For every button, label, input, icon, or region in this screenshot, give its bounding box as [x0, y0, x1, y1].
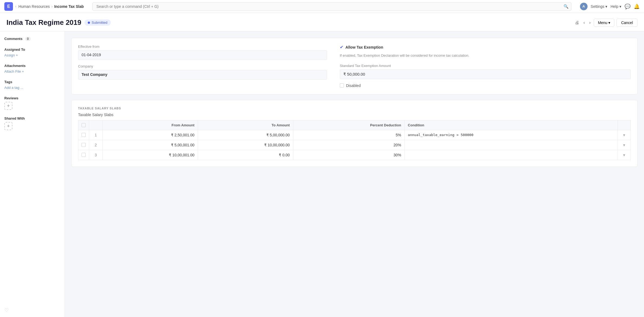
th-actions [618, 120, 631, 130]
sidebar-attachments-section: Attachments Attach File + [4, 64, 60, 73]
sidebar-comments-section: Comments 0 [4, 37, 60, 41]
sidebar-reviews-section: Reviews + [4, 96, 60, 110]
allow-tax-exemption-desc: If enabled, Tax Exemption Declaration wi… [340, 53, 631, 58]
notification-icon-button[interactable]: 🔔 [634, 4, 640, 9]
th-condition: Condition [404, 120, 618, 130]
chevron-down-icon: ▼ [622, 153, 626, 157]
breadcrumb: Human Resources › Income Tax Slab [18, 4, 84, 9]
avatar: A [580, 3, 588, 10]
allow-tax-exemption-checkmark: ✔ [340, 45, 343, 50]
row-condition [404, 150, 618, 160]
settings-button[interactable]: Settings ▾ [591, 4, 608, 9]
add-tag-button[interactable]: Add a tag ... [4, 86, 60, 90]
row-from-amount: ₹ 2,50,001.00 [103, 130, 198, 140]
row-dropdown-cell: ▼ [618, 150, 631, 160]
row-from-amount: ₹ 10,00,001.00 [103, 150, 198, 160]
row-to-amount: ₹ 10,00,000.00 [198, 140, 293, 150]
reviews-label: Reviews [4, 96, 60, 100]
form-section-top: Effective from 01-04-2019 Company Test C… [71, 38, 638, 95]
form-right-col: ✔ Allow Tax Exemption If enabled, Tax Ex… [336, 45, 631, 88]
status-dot [88, 22, 90, 24]
breadcrumb-income-tax-slab[interactable]: Income Tax Slab [54, 4, 84, 9]
chevron-down-icon: ▼ [622, 133, 626, 137]
row-checkbox[interactable] [82, 143, 86, 147]
row-percent: 5% [293, 130, 404, 140]
row-dropdown-cell: ▼ [618, 130, 631, 140]
sidebar: Comments 0 Assigned To Assign + Attachme… [0, 31, 65, 317]
row-condition [404, 140, 618, 150]
breadcrumb-sep-2: › [51, 4, 52, 8]
effective-from-group: Effective from 01-04-2019 [78, 45, 327, 60]
sidebar-tags-section: Tags Add a tag ... [4, 80, 60, 90]
table-section-subtitle: Taxable Salary Slabs [78, 113, 631, 117]
attachments-label: Attachments [4, 64, 60, 68]
company-label: Company [78, 64, 327, 68]
search-bar: 🔍 [92, 2, 571, 11]
menu-button[interactable]: Menu▾ [594, 19, 614, 27]
page-title-area: India Tax Regime 2019 Submitted [6, 18, 111, 27]
th-to-amount: To Amount [198, 120, 293, 130]
disabled-label: Disabled [346, 83, 361, 88]
nav-right: A Settings ▾ Help ▾ 💬 🔔 [580, 3, 640, 10]
form-two-col: Effective from 01-04-2019 Company Test C… [78, 45, 631, 88]
standard-tax-exemption-label: Standard Tax Exemption Amount [340, 64, 631, 68]
row-condition: annual_taxable_earning > 500000 [404, 130, 618, 140]
row-checkbox[interactable] [82, 133, 86, 137]
prev-icon-button[interactable]: ‹ [582, 19, 586, 26]
header-actions: 🖨 ‹ › Menu▾ Cancel [574, 19, 638, 27]
th-checkbox [78, 120, 89, 130]
breadcrumb-sep-1: › [15, 4, 16, 8]
comments-count: 0 [25, 37, 31, 41]
th-percent-deduction: Percent Deduction [293, 120, 404, 130]
add-review-button[interactable]: + [4, 102, 12, 110]
shared-with-label: Shared With [4, 116, 60, 120]
row-checkbox[interactable] [82, 153, 86, 157]
row-dropdown-cell: ▼ [618, 140, 631, 150]
effective-from-value: 01-04-2019 [78, 50, 327, 60]
assign-button[interactable]: Assign + [4, 53, 60, 57]
row-checkbox-cell [78, 150, 89, 160]
row-dropdown-button[interactable]: ▼ [622, 133, 626, 137]
comments-label: Comments 0 [4, 37, 60, 41]
add-shared-button[interactable]: + [4, 122, 12, 130]
header-checkbox[interactable] [82, 123, 86, 127]
row-to-amount: ₹ 5,00,000.00 [198, 130, 293, 140]
row-dropdown-button[interactable]: ▼ [622, 153, 626, 157]
company-value: Test Company [78, 70, 327, 80]
chat-icon-button[interactable]: 💬 [625, 4, 630, 9]
row-percent: 20% [293, 140, 404, 150]
table-header-row: From Amount To Amount Percent Deduction … [78, 120, 631, 130]
page-title: India Tax Regime 2019 [6, 18, 81, 27]
heart-icon[interactable]: ♡ [4, 305, 60, 313]
table-row: 1 ₹ 2,50,001.00 ₹ 5,00,000.00 5% annual_… [78, 130, 631, 140]
row-percent: 30% [293, 150, 404, 160]
disabled-row: Disabled [340, 83, 631, 88]
main-layout: Comments 0 Assigned To Assign + Attachme… [0, 31, 644, 317]
row-num: 3 [89, 150, 103, 160]
help-button[interactable]: Help ▾ [611, 4, 621, 9]
th-num [89, 120, 103, 130]
status-badge: Submitted [85, 19, 111, 26]
sidebar-shared-section: Shared With + [4, 116, 60, 130]
row-checkbox-cell [78, 130, 89, 140]
attach-file-button[interactable]: Attach File + [4, 69, 60, 73]
table-row: 3 ₹ 10,00,001.00 ₹ 0.00 30% ▼ [78, 150, 631, 160]
row-dropdown-button[interactable]: ▼ [622, 143, 626, 147]
row-num: 1 [89, 130, 103, 140]
tags-label: Tags [4, 80, 60, 84]
search-input[interactable] [92, 2, 571, 11]
cancel-button[interactable]: Cancel [616, 19, 638, 27]
search-icon: 🔍 [564, 4, 569, 9]
row-to-amount: ₹ 0.00 [198, 150, 293, 160]
sidebar-assigned-section: Assigned To Assign + [4, 48, 60, 57]
print-icon-button[interactable]: 🖨 [574, 19, 580, 26]
form-left-col: Effective from 01-04-2019 Company Test C… [78, 45, 327, 88]
next-icon-button[interactable]: › [588, 19, 592, 26]
status-label: Submitted [92, 21, 108, 25]
disabled-checkbox[interactable] [340, 83, 344, 87]
main-content: Effective from 01-04-2019 Company Test C… [65, 31, 644, 317]
breadcrumb-human-resources[interactable]: Human Resources [18, 4, 50, 9]
chevron-down-icon: ▼ [622, 143, 626, 147]
table-section-title: TAXABLE SALARY SLABS [78, 107, 631, 110]
app-icon[interactable]: E [4, 2, 13, 11]
